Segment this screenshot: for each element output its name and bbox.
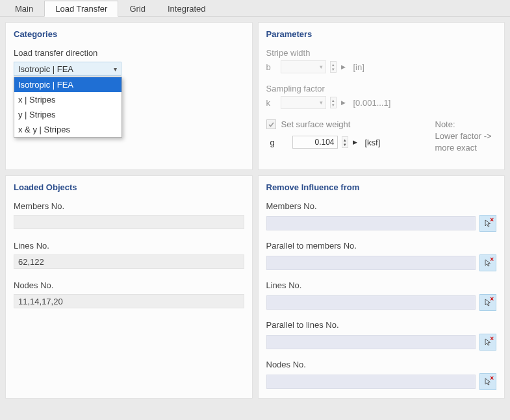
loaded-nodes-label: Nodes No. [14, 280, 244, 290]
pick-parallel-members-button[interactable]: × [479, 254, 496, 271]
weight-input[interactable]: 0.104 [292, 136, 338, 149]
remove-influence-title: Remove Influence from [266, 182, 497, 192]
tab-grid[interactable]: Grid [118, 1, 157, 17]
set-surface-weight-label: Set surface weight [281, 119, 351, 129]
remove-lines-label: Lines No. [266, 280, 497, 290]
play-icon: ▶ [340, 99, 347, 106]
remove-x-icon: × [490, 217, 494, 223]
remove-parallel-members-input[interactable] [266, 256, 476, 270]
remove-x-icon: × [490, 256, 494, 263]
parameters-title: Parameters [266, 29, 497, 39]
loaded-objects-panel: Loaded Objects Members No. Lines No. 62,… [5, 175, 253, 399]
loaded-members-input[interactable] [14, 215, 244, 229]
chevron-down-icon: ▾ [320, 99, 323, 106]
remove-x-icon: × [490, 296, 494, 303]
sampling-factor-stepper: ▴▾ [330, 97, 337, 108]
loaded-lines-label: Lines No. [14, 241, 244, 251]
set-surface-weight-checkbox[interactable] [266, 119, 276, 129]
chevron-down-icon: ▾ [320, 64, 323, 70]
remove-x-icon: × [490, 336, 494, 342]
remove-parallel-members-label: Parallel to members No. [266, 241, 497, 251]
stripe-width-stepper: ▴▾ [330, 61, 337, 73]
pick-members-button[interactable]: × [479, 215, 496, 232]
weight-symbol: g [270, 138, 281, 147]
stripe-width-input: ▾ [281, 60, 326, 73]
remove-x-icon: × [490, 375, 494, 382]
direction-label: Load transfer direction [14, 48, 244, 58]
direction-option-xy[interactable]: x & y | Stripes [14, 122, 121, 137]
loaded-members-label: Members No. [14, 201, 244, 211]
note-body: Lower factor -> more exact [435, 130, 505, 154]
categories-panel: Categories Load transfer direction Isotr… [5, 22, 253, 170]
tab-bar: Main Load Transfer Grid Integrated [0, 0, 510, 17]
direction-option-y[interactable]: y | Stripes [14, 107, 121, 122]
sampling-note: Note: Lower factor -> more exact [435, 119, 505, 154]
note-title: Note: [435, 119, 505, 130]
stripe-width-unit: [in] [353, 62, 364, 72]
remove-parallel-lines-label: Parallel to lines No. [266, 320, 497, 330]
categories-title: Categories [14, 29, 244, 39]
pick-lines-button[interactable]: × [479, 294, 496, 311]
sampling-factor-range: [0.001...1] [353, 98, 391, 108]
remove-lines-input[interactable] [266, 295, 476, 310]
play-icon[interactable]: ▶ [352, 139, 359, 145]
direction-option-x[interactable]: x | Stripes [14, 92, 121, 107]
direction-selected-value: Isotropic | FEA [18, 64, 73, 74]
remove-nodes-input[interactable] [266, 375, 476, 389]
parameters-panel: Parameters Stripe width b ▾ ▴▾ ▶ [in] Sa… [258, 22, 505, 170]
sampling-factor-symbol: k [266, 98, 277, 108]
remove-members-input[interactable] [266, 216, 476, 230]
direction-combobox[interactable]: Isotropic | FEA ▾ Isotropic | FEA x | St… [14, 62, 121, 76]
chevron-down-icon: ▾ [114, 66, 117, 73]
remove-members-label: Members No. [266, 201, 497, 211]
tab-load-transfer[interactable]: Load Transfer [44, 1, 118, 17]
tab-main[interactable]: Main [4, 1, 44, 17]
direction-option-isotropic[interactable]: Isotropic | FEA [14, 77, 121, 92]
pick-parallel-lines-button[interactable]: × [479, 334, 496, 351]
stripe-width-label: Stripe width [266, 48, 497, 58]
sampling-factor-input: ▾ [281, 96, 326, 109]
pick-nodes-button[interactable]: × [479, 373, 496, 390]
stripe-width-symbol: b [266, 62, 277, 72]
remove-nodes-label: Nodes No. [266, 360, 497, 369]
remove-parallel-lines-input[interactable] [266, 335, 476, 349]
loaded-lines-input[interactable]: 62,122 [14, 254, 244, 269]
loaded-nodes-input[interactable]: 11,14,17,20 [14, 294, 244, 308]
direction-dropdown: Isotropic | FEA x | Stripes y | Stripes … [14, 77, 122, 138]
loaded-objects-title: Loaded Objects [14, 182, 244, 192]
sampling-factor-label: Sampling factor [266, 84, 497, 93]
remove-influence-panel: Remove Influence from Members No. × Para… [258, 175, 505, 399]
weight-stepper[interactable]: ▴▾ [342, 136, 348, 148]
tab-integrated[interactable]: Integrated [157, 1, 217, 17]
weight-unit: [ksf] [365, 138, 381, 147]
play-icon: ▶ [340, 64, 347, 70]
